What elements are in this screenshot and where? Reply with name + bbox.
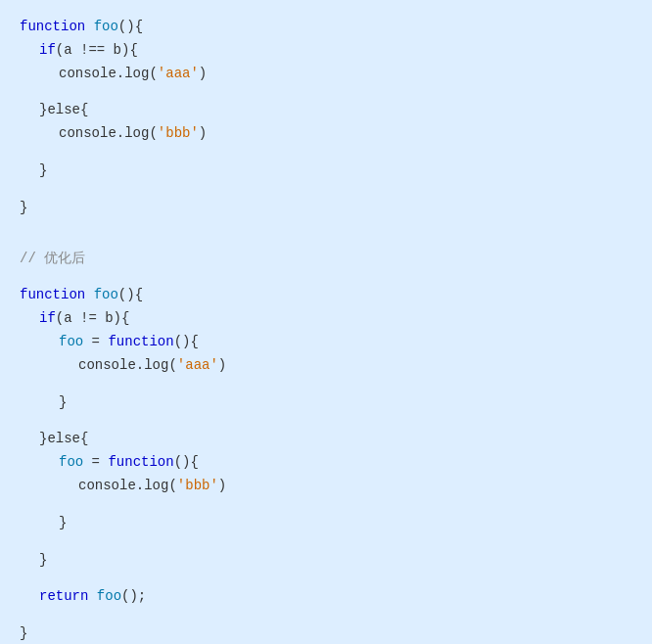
line-7: } [20,197,632,220]
syntax: (a !== b){ [56,42,138,58]
line-8: function foo(){ [20,284,632,307]
console-call-4: console.log( [78,478,177,493]
console-call-2: console.log( [59,125,158,141]
syntax: ) [199,66,207,81]
comment-line: // 优化后 [20,248,632,271]
keyword-if-2: if [39,310,56,326]
close-brace: } [39,162,47,178]
syntax: (){ [118,19,143,34]
line-19: } [20,622,632,644]
console-call: console.log( [59,66,158,81]
keyword-function: function [20,19,85,34]
string-aaa: 'aaa' [158,66,199,81]
syntax: (){ [174,454,199,470]
keyword-function-2: function [20,287,85,302]
syntax: (){ [118,287,143,302]
string-bbb-2: 'bbb' [177,478,218,493]
close-brace-outer: } [20,200,27,215]
line-18: return foo(); [39,585,632,609]
else-clause-2: }else{ [39,431,88,446]
fn-name-foo: foo [94,19,118,34]
comment-text: // 优化后 [20,251,85,266]
line-12: } [59,391,632,415]
syntax: = [83,334,108,349]
keyword-if: if [39,42,56,58]
line-6: } [39,160,632,183]
close-brace-4: } [39,552,47,568]
string-bbb: 'bbb' [158,125,199,141]
foo-call: foo [97,588,121,604]
syntax: (){ [174,334,199,349]
line-4: }else{ [39,99,632,122]
close-brace-2: } [59,394,67,410]
syntax: (a != b){ [56,310,130,326]
foo-var: foo [59,334,83,349]
syntax: ) [199,125,207,141]
line-1: function foo(){ [20,16,632,39]
line-10: foo = function(){ [59,331,632,354]
console-call-3: console.log( [78,357,177,373]
line-9: if(a != b){ [39,307,632,331]
line-2: if(a !== b){ [39,39,632,63]
fn-name-foo-2: foo [94,287,118,302]
line-15: console.log('bbb') [78,475,632,498]
keyword-return: return [39,588,88,604]
foo-var-2: foo [59,454,83,470]
line-11: console.log('aaa') [78,354,632,378]
syntax: ) [218,357,226,373]
close-brace-final: } [20,625,27,641]
code-block: function foo(){ if(a !== b){ console.log… [20,16,632,644]
syntax [88,588,96,604]
keyword-function-3: function [108,334,173,349]
keyword-function-4: function [108,454,173,470]
syntax: = [83,454,108,470]
line-14: foo = function(){ [59,451,632,475]
line-3: console.log('aaa') [59,63,632,86]
line-13: }else{ [39,428,632,451]
line-17: } [39,549,632,573]
line-5: console.log('bbb') [59,122,632,146]
line-16: } [59,512,632,535]
else-clause: }else{ [39,102,88,117]
string-aaa-2: 'aaa' [177,357,218,373]
syntax: ) [218,478,226,493]
syntax: (); [121,588,146,604]
close-brace-3: } [59,515,67,530]
